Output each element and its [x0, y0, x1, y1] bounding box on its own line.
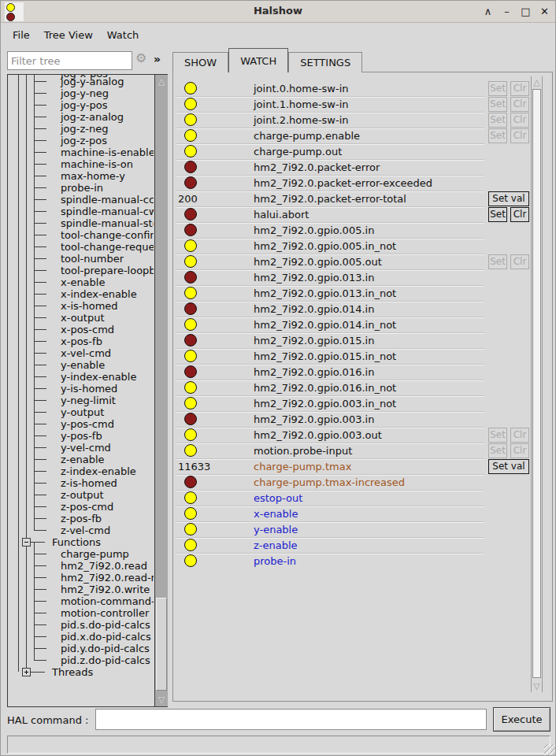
title-bar[interactable]: Halshow ∧–□✕ — [1, 1, 555, 23]
watch-row[interactable]: halui.abortSetClr — [176, 207, 529, 223]
tree-item-pid.y.do-pid-calcs[interactable]: pid.y.do-pid-calcs — [9, 643, 154, 654]
watch-row[interactable]: joint.1.home-sw-inSetClr — [176, 97, 529, 113]
tree-item-x-output[interactable]: x-output — [9, 312, 154, 324]
tree-item-jog-z-neg[interactable]: jog-z-neg — [9, 123, 154, 135]
scroll-down-icon[interactable]: ▽ — [155, 694, 168, 706]
tree-item-y-pos-fb[interactable]: y-pos-fb — [9, 430, 154, 442]
tree-item-x-pos-fb[interactable]: x-pos-fb — [9, 335, 154, 347]
watch-row[interactable]: joint.2.home-sw-inSetClr — [176, 113, 529, 128]
tree-item-x-enable[interactable]: x-enable — [9, 276, 154, 288]
watch-row[interactable]: hm2_7i92.0.gpio.005.outSetClr — [176, 254, 529, 270]
scroll-down-icon[interactable]: ▽ — [532, 680, 542, 692]
tab-settings[interactable]: SETTINGS — [288, 52, 362, 72]
watch-row[interactable]: hm2_7i92.0.gpio.014.in_not — [176, 317, 529, 333]
watch-row[interactable]: hm2_7i92.0.gpio.015.in_not — [176, 349, 529, 365]
watch-row[interactable]: hm2_7i92.0.packet-error-exceeded — [176, 176, 529, 191]
tree-item-jog-y-neg[interactable]: jog-y-neg — [9, 87, 154, 99]
minimize-button[interactable]: – — [501, 6, 513, 18]
watch-row[interactable]: hm2_7i92.0.gpio.003.outSetClr — [176, 428, 529, 443]
tree-item-hm2_7i92.0.read[interactable]: hm2_7i92.0.read — [9, 560, 154, 572]
tree-item-y-index-enable[interactable]: y-index-enable — [9, 371, 154, 383]
watch-scrollbar[interactable]: △ ▽ — [531, 76, 543, 692]
tree-item-y-enable[interactable]: y-enable — [9, 359, 154, 371]
tree-item-z-vel-cmd[interactable]: z-vel-cmd — [9, 524, 154, 536]
tree-item-motion-controller[interactable]: motion-controller — [9, 607, 154, 619]
watch-row[interactable]: hm2_7i92.0.gpio.003.in_not — [176, 396, 529, 412]
tree-scrollbar-thumb[interactable] — [156, 598, 167, 691]
tree-item-y-pos-cmd[interactable]: y-pos-cmd — [9, 418, 154, 430]
tree-item-z-output[interactable]: z-output — [9, 489, 154, 501]
tree-item-hm2_7i92.0.write[interactable]: hm2_7i92.0.write — [9, 584, 154, 595]
watch-row[interactable]: y-enable — [176, 522, 529, 538]
expand-icon[interactable] — [22, 668, 31, 676]
tree-item-y-is-homed[interactable]: y-is-homed — [9, 383, 154, 395]
tree-item-z-index-enable[interactable]: z-index-enable — [9, 465, 154, 477]
watch-row[interactable]: 11633charge-pump.tmaxSet val — [176, 459, 529, 475]
shade-button[interactable]: ∧ — [482, 6, 494, 18]
tree-item-x-vel-cmd[interactable]: x-vel-cmd — [9, 347, 154, 359]
tab-show[interactable]: SHOW — [172, 52, 228, 72]
clr-button[interactable]: Clr — [510, 207, 529, 222]
tree-item-max-home-y[interactable]: max-home-y — [9, 170, 154, 182]
tree-item-pid.s.do-pid-calcs[interactable]: pid.s.do-pid-calcs — [9, 619, 154, 631]
close-button[interactable]: ✕ — [539, 6, 550, 18]
menu-item-file[interactable]: File — [6, 27, 37, 43]
tree-item-jog-y-analog[interactable]: jog-y-analog — [9, 76, 154, 87]
tree-item-z-enable[interactable]: z-enable — [9, 454, 154, 465]
tree-item-charge-pump[interactable]: charge-pump — [9, 548, 154, 560]
tree-item-spindle-manual-cw[interactable]: spindle-manual-cw — [9, 206, 154, 217]
set-val-button[interactable]: Set val — [488, 191, 529, 206]
resize-grip[interactable] — [544, 744, 555, 755]
watch-scrollbar-thumb[interactable] — [532, 89, 541, 678]
expand-tree-button[interactable]: » — [154, 53, 161, 65]
execute-button[interactable]: Execute — [493, 707, 550, 732]
tree-item-z-pos-cmd[interactable]: z-pos-cmd — [9, 501, 154, 513]
tree-item-tool-change-request[interactable]: tool-change-request — [9, 241, 154, 253]
watch-row[interactable]: charge-pump.tmax-increased — [176, 475, 529, 491]
watch-row[interactable]: hm2_7i92.0.gpio.013.in_not — [176, 286, 529, 302]
watch-row[interactable]: joint.0.home-sw-inSetClr — [176, 81, 529, 97]
watch-row[interactable]: z-enable — [176, 538, 529, 554]
watch-row[interactable]: 200hm2_7i92.0.packet-error-totalSet val — [176, 191, 529, 207]
watch-row[interactable]: x-enable — [176, 506, 529, 522]
tree-item-tool-number[interactable]: tool-number — [9, 253, 154, 265]
tree-item-tool-change-confirm[interactable]: tool-change-confirm — [9, 229, 154, 241]
tree-item-y-neg-limit[interactable]: y-neg-limit — [9, 395, 154, 406]
watch-row[interactable]: hm2_7i92.0.gpio.003.in — [176, 412, 529, 428]
maximize-button[interactable]: □ — [520, 6, 532, 18]
menu-item-tree-view[interactable]: Tree View — [37, 27, 100, 43]
tree-item-x-pos-cmd[interactable]: x-pos-cmd — [9, 324, 154, 335]
tree-item-spindle-manual-stop[interactable]: spindle-manual-stop — [9, 217, 154, 229]
watch-row[interactable]: probe-in — [176, 554, 529, 569]
watch-row[interactable]: hm2_7i92.0.packet-error — [176, 160, 529, 176]
tree-item-jog-z-analog[interactable]: jog-z-analog — [9, 111, 154, 123]
tree-item-machine-is-on[interactable]: machine-is-on — [9, 158, 154, 170]
tree-scrollbar[interactable]: △ ▽ — [154, 75, 168, 706]
menu-item-watch[interactable]: Watch — [100, 27, 146, 43]
watch-row[interactable]: hm2_7i92.0.gpio.013.in — [176, 270, 529, 286]
hal-command-input[interactable] — [95, 709, 487, 730]
watch-row[interactable]: hm2_7i92.0.gpio.016.in_not — [176, 380, 529, 396]
tab-watch[interactable]: WATCH — [228, 48, 288, 72]
tree-item-jog-y-pos[interactable]: jog-y-pos — [9, 99, 154, 111]
watch-row[interactable]: hm2_7i92.0.gpio.016.in — [176, 365, 529, 380]
tree-item-machine-is-enabled[interactable]: machine-is-enabled — [9, 146, 154, 158]
tree-item-motion-command-handler[interactable]: motion-command-handler — [9, 595, 154, 607]
filter-tree-input[interactable] — [7, 51, 132, 70]
tree-item-x-index-enable[interactable]: x-index-enable — [9, 288, 154, 300]
scroll-up-icon[interactable]: △ — [532, 76, 542, 88]
tree-item-jog-z-pos[interactable]: jog-z-pos — [9, 135, 154, 146]
watch-row[interactable]: hm2_7i92.0.gpio.005.in — [176, 223, 529, 239]
watch-row[interactable]: charge-pump.out — [176, 144, 529, 160]
scroll-up-icon[interactable]: △ — [155, 76, 168, 87]
watch-row[interactable]: charge-pump.enableSetClr — [176, 128, 529, 144]
tree-item-spindle-manual-ccw[interactable]: spindle-manual-ccw — [9, 194, 154, 206]
watch-row[interactable]: motion.probe-inputSetClr — [176, 443, 529, 459]
gear-icon[interactable]: ⚙ — [135, 50, 146, 65]
tree-item-probe-in[interactable]: probe-in — [9, 182, 154, 194]
watch-row[interactable]: estop-out — [176, 491, 529, 506]
tree-item-x-is-homed[interactable]: x-is-homed — [9, 300, 154, 312]
tree-item-pid.x.do-pid-calcs[interactable]: pid.x.do-pid-calcs — [9, 631, 154, 643]
watch-row[interactable]: hm2_7i92.0.gpio.005.in_not — [176, 239, 529, 254]
tree-item-pid.z.do-pid-calcs[interactable]: pid.z.do-pid-calcs — [9, 654, 154, 666]
